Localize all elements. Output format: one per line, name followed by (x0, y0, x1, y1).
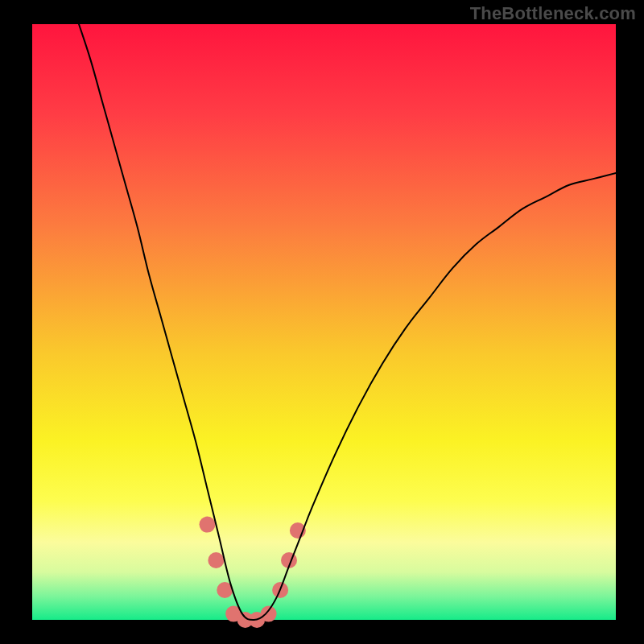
chart-frame: TheBottleneck.com (0, 0, 644, 644)
plot-background (32, 24, 616, 620)
watermark-text: TheBottleneck.com (470, 3, 636, 24)
bottleneck-chart (0, 0, 644, 644)
marker-dot (200, 517, 216, 533)
marker-dot (261, 606, 277, 622)
marker-dot (208, 552, 224, 568)
